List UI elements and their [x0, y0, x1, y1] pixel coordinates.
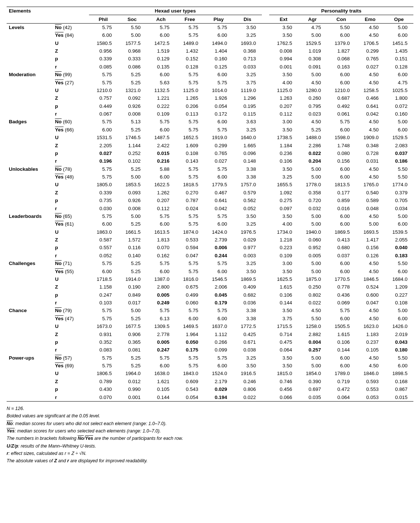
cell-value: 0.368 — [233, 47, 262, 55]
cell-value: 6.00 — [204, 362, 233, 370]
cell-value: 5.25 — [118, 71, 146, 78]
cell-value: 1.144 — [118, 141, 146, 149]
cell-value: 5.75 — [89, 354, 118, 362]
cell-value: 1843.0 — [175, 370, 204, 377]
stat-label: Yes (55) — [53, 267, 81, 275]
cell-value: 5.25 — [118, 267, 146, 275]
cell-value: 0.109 — [269, 252, 298, 259]
cell-value: 0.587 — [89, 236, 118, 244]
cell-value: 4.50 — [356, 212, 384, 220]
cell-value: 5.50 — [384, 354, 413, 362]
cell-value: 0.467 — [204, 189, 233, 197]
cell-value: 0.714 — [269, 330, 298, 338]
element-name — [7, 228, 53, 236]
stat-label: p — [53, 102, 81, 110]
cell-value: 0.177 — [327, 189, 356, 197]
cell-value: 6.00 — [146, 362, 175, 370]
table-row: ChallengesNo (71)5.755.255.755.755.753.2… — [7, 259, 413, 267]
cell-value: 3.25 — [233, 126, 262, 134]
cell-value: 4.50 — [356, 23, 384, 31]
stat-label: r — [53, 110, 81, 118]
cell-value: 1426.0 — [384, 322, 413, 330]
cell-value: 0.099 — [204, 346, 233, 354]
cell-value: 2.882 — [298, 330, 327, 338]
cell-value: 1.404 — [204, 47, 233, 55]
stat-label: p — [53, 197, 81, 204]
cell-value: 0.680 — [327, 244, 356, 251]
element-name — [7, 330, 53, 338]
element-name — [7, 236, 53, 244]
cell-value: 5.00 — [298, 267, 327, 275]
cell-value: 0.112 — [146, 204, 175, 212]
cell-value: 0.105 — [146, 385, 175, 393]
element-name — [7, 378, 53, 385]
cell-value: 0.449 — [89, 102, 118, 110]
table-row: p0.7350.9260.2070.7870.6410.5620.2750.72… — [7, 197, 413, 204]
cell-value: 1869.5 — [233, 275, 262, 283]
col-agr: Agr — [298, 15, 327, 23]
cell-value: 1846.5 — [356, 275, 384, 283]
cell-value: 0.179 — [204, 299, 233, 307]
cell-value: 1846.0 — [356, 370, 384, 377]
cell-value: 0.042 — [356, 110, 384, 118]
cell-value: 0.163 — [327, 63, 356, 71]
cell-value: 5.75 — [89, 71, 118, 78]
element-name — [7, 173, 53, 181]
stat-label: p — [53, 291, 81, 299]
cell-value: 5.75 — [175, 354, 204, 362]
cell-value: 0.492 — [327, 102, 356, 110]
cell-value: 1734.0 — [269, 228, 298, 236]
element-name — [7, 204, 53, 212]
cell-value: 5.75 — [175, 259, 204, 267]
cell-value: 1309.5 — [146, 322, 175, 330]
stat-label: No (78) — [53, 165, 81, 173]
cell-value: 0.236 — [269, 149, 298, 157]
cell-value: 0.994 — [269, 55, 298, 63]
cell-value: 0.600 — [356, 291, 384, 299]
cell-value: 5.75 — [175, 71, 204, 78]
cell-value: 1.964 — [175, 330, 204, 338]
cell-value: 0.106 — [327, 338, 356, 346]
cell-value: 0.135 — [146, 63, 175, 71]
table-row: U1718.51914.01387.01816.01546.51869.5162… — [7, 275, 413, 283]
col-ext: Ext — [269, 15, 298, 23]
cell-value: 2.019 — [384, 330, 413, 338]
cell-value: 0.713 — [233, 55, 262, 63]
cell-value: 0.030 — [89, 204, 118, 212]
cell-value: 0.735 — [89, 197, 118, 204]
cell-value: 0.144 — [327, 346, 356, 354]
cell-value: 0.266 — [204, 338, 233, 346]
cell-value: 1132.5 — [146, 86, 175, 94]
cell-value: 3.38 — [233, 165, 262, 173]
cell-value: 4.50 — [356, 362, 384, 370]
cell-value: 6.00 — [327, 315, 356, 322]
cell-value: 0.594 — [175, 244, 204, 251]
cell-value: 0.641 — [356, 102, 384, 110]
cell-value: 5.00 — [298, 259, 327, 267]
cell-value: 4.50 — [356, 31, 384, 39]
cell-value: 1119.0 — [233, 86, 262, 94]
cell-value: 2.205 — [89, 141, 118, 149]
cell-value: 0.143 — [175, 157, 204, 165]
cell-value: 5.75 — [175, 362, 204, 370]
cell-value: 1.827 — [327, 47, 356, 55]
table-row: r0.0300.0080.1120.0240.0420.0520.0970.03… — [7, 204, 413, 212]
stat-label: r — [53, 393, 81, 401]
stat-label: U — [53, 134, 81, 141]
cell-value: 0.190 — [118, 283, 146, 291]
stat-label: Yes (66) — [53, 126, 81, 134]
footnote-abs: The absolute values of Z and r are displ… — [7, 457, 413, 464]
table-row: r0.0670.0080.1090.1130.1720.1150.1120.02… — [7, 110, 413, 118]
cell-value: 1655.5 — [269, 181, 298, 188]
cell-value: 2.083 — [384, 141, 413, 149]
table-row: r0.0700.0010.1440.0540.1940.0220.0660.03… — [7, 393, 413, 401]
cell-value: 4.50 — [356, 78, 384, 86]
cell-value: 0.047 — [175, 252, 204, 259]
cell-value: 0.034 — [384, 204, 413, 212]
cell-value: 6.00 — [384, 315, 413, 322]
cell-value: 4.50 — [356, 354, 384, 362]
cell-value: 5.75 — [89, 212, 118, 220]
cell-value: 4.50 — [298, 78, 327, 86]
cell-value: 6.00 — [384, 31, 413, 39]
cell-value: 1625.5 — [269, 275, 298, 283]
